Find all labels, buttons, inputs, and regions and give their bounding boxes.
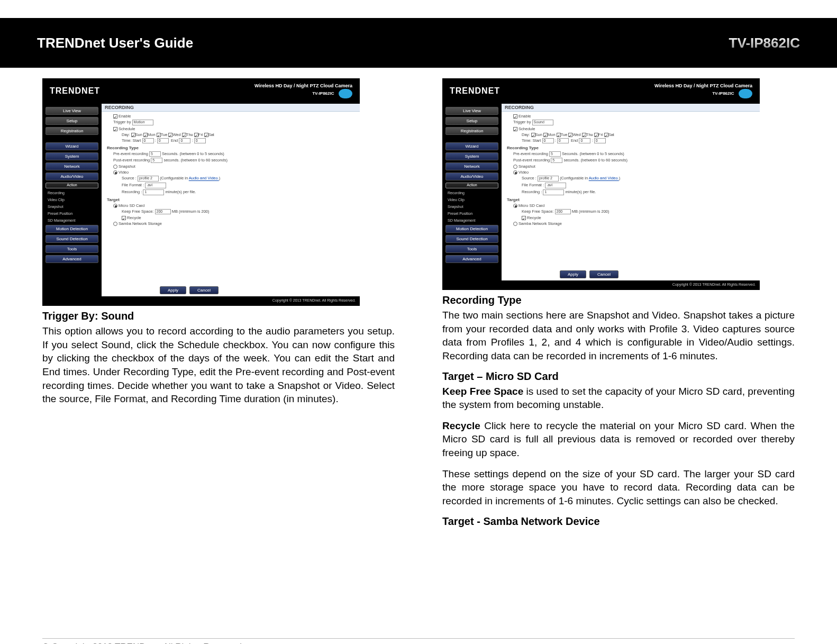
post-event-input[interactable]: 5 — [151, 158, 162, 163]
pre-event-input[interactable]: 5 — [149, 151, 161, 157]
end-hour-input[interactable]: 0 — [179, 138, 190, 143]
recording-min-select[interactable]: 1 — [143, 189, 164, 195]
video-label: Video — [518, 170, 529, 175]
nav-motion-detection[interactable]: Motion Detection — [445, 225, 498, 233]
source-label: Source : — [522, 176, 536, 181]
start-min-input[interactable]: 0 — [557, 138, 569, 143]
nav-audio-video[interactable]: Audio/Video — [46, 173, 98, 180]
day-thu-checkbox[interactable] — [582, 133, 586, 137]
nav-sound-detection[interactable]: Sound Detection — [445, 235, 498, 243]
file-format-select[interactable]: .avi — [145, 183, 166, 188]
post-event-input[interactable]: 5 — [551, 158, 562, 163]
nav-wizard[interactable]: Wizard — [46, 142, 98, 150]
day-sat-checkbox[interactable] — [204, 133, 208, 137]
schedule-checkbox[interactable] — [113, 127, 117, 131]
recycle-checkbox[interactable] — [522, 216, 526, 220]
video-radio[interactable] — [513, 170, 517, 175]
apply-button[interactable]: Apply — [560, 270, 586, 278]
video-radio[interactable] — [113, 170, 117, 175]
subnav-recording[interactable]: Recording — [46, 191, 98, 195]
day-thu-checkbox[interactable] — [182, 133, 186, 137]
apply-button[interactable]: Apply — [160, 286, 186, 294]
nav-tools[interactable]: Tools — [445, 245, 498, 253]
kfs-input[interactable]: 200 — [555, 209, 571, 214]
sd-radio[interactable] — [113, 204, 117, 208]
subnav-preset-position[interactable]: Preset Position — [46, 211, 98, 216]
recycle-label: Recycle — [527, 215, 541, 220]
day-sat-checkbox[interactable] — [604, 133, 608, 137]
nav-action[interactable]: Action — [46, 183, 98, 188]
cancel-button[interactable]: Cancel — [189, 286, 219, 294]
enable-checkbox[interactable] — [513, 114, 517, 119]
kfs-input[interactable]: 200 — [155, 209, 171, 214]
subnav-recording[interactable]: Recording — [445, 191, 498, 195]
day-thu: Thu — [586, 132, 593, 137]
nav-advanced[interactable]: Advanced — [46, 255, 98, 263]
subnav-snapshot[interactable]: Snapshot — [445, 204, 498, 209]
file-format-select[interactable]: .avi — [545, 183, 566, 188]
nav-registration[interactable]: Registration — [445, 127, 498, 135]
nav-network[interactable]: Network — [445, 162, 498, 170]
end-hour-input[interactable]: 0 — [579, 138, 590, 143]
samba-radio[interactable] — [513, 222, 517, 226]
day-sun-checkbox[interactable] — [531, 133, 535, 137]
page-footer: © Copyright 2013 TRENDnet. All Rights Re… — [0, 638, 837, 644]
nav-advanced[interactable]: Advanced — [445, 255, 498, 263]
start-min-input[interactable]: 0 — [157, 138, 169, 143]
enable-checkbox[interactable] — [113, 114, 117, 119]
trigger-by-select[interactable]: Sound — [532, 120, 553, 125]
day-fri-checkbox[interactable] — [194, 133, 198, 137]
nav-audio-video[interactable]: Audio/Video — [445, 173, 498, 180]
pre-event-label: Pre-event recording — [513, 151, 548, 156]
audio-video-link[interactable]: Audio and Video. — [189, 176, 219, 181]
nav-setup[interactable]: Setup — [445, 117, 498, 125]
nav-wizard[interactable]: Wizard — [445, 142, 498, 150]
sd-label: Micro SD Card — [119, 203, 144, 208]
day-mon-checkbox[interactable] — [143, 133, 148, 137]
trigger-by-select[interactable]: Motion — [132, 120, 153, 125]
snapshot-radio[interactable] — [513, 165, 517, 169]
nav-action[interactable]: Action — [445, 183, 498, 188]
schedule-checkbox[interactable] — [513, 127, 517, 131]
source-select[interactable]: profile 2 — [538, 176, 559, 182]
nav-registration[interactable]: Registration — [46, 127, 98, 135]
nav-sound-detection[interactable]: Sound Detection — [46, 235, 98, 243]
day-mon-checkbox[interactable] — [543, 133, 548, 137]
start-hour-input[interactable]: 0 — [142, 138, 154, 143]
subnav-snapshot[interactable]: Snapshot — [46, 204, 98, 209]
nav-live-view[interactable]: Live View — [445, 107, 498, 115]
brand-logo: TRENDNET — [50, 86, 100, 96]
cancel-button[interactable]: Cancel — [589, 270, 618, 278]
nav-system[interactable]: System — [445, 152, 498, 160]
sd-radio[interactable] — [513, 204, 517, 208]
nav-setup[interactable]: Setup — [46, 117, 98, 125]
subnav-video-clip[interactable]: Video Clip — [46, 197, 98, 202]
audio-video-link[interactable]: Audio and Video. — [589, 176, 619, 181]
pre-event-hint: Seconds. (between 0 to 5 seconds) — [562, 151, 624, 156]
day-tue: Tue — [161, 132, 168, 137]
day-tue-checkbox[interactable] — [557, 133, 561, 137]
subnav-sd-management[interactable]: SD Management — [46, 218, 98, 223]
product-tagline: Wireless HD Day / Night PTZ Cloud Camera… — [254, 84, 352, 98]
nav-system[interactable]: System — [46, 152, 98, 160]
day-tue-checkbox[interactable] — [157, 133, 161, 137]
recording-min-hint: minute(s) per file. — [566, 190, 596, 195]
nav-tools[interactable]: Tools — [46, 245, 98, 253]
subnav-preset-position[interactable]: Preset Position — [445, 211, 498, 216]
subnav-sd-management[interactable]: SD Management — [445, 218, 498, 223]
recycle-checkbox[interactable] — [122, 216, 126, 220]
end-min-input[interactable]: 0 — [194, 138, 206, 143]
end-min-input[interactable]: 0 — [594, 138, 606, 143]
snapshot-radio[interactable] — [113, 165, 117, 169]
nav-network[interactable]: Network — [46, 162, 98, 170]
pre-event-input[interactable]: 5 — [549, 151, 561, 157]
source-select[interactable]: profile 2 — [138, 176, 159, 182]
nav-live-view[interactable]: Live View — [46, 107, 98, 115]
start-hour-input[interactable]: 0 — [542, 138, 554, 143]
nav-motion-detection[interactable]: Motion Detection — [46, 225, 98, 233]
day-fri-checkbox[interactable] — [594, 133, 598, 137]
day-sun-checkbox[interactable] — [131, 133, 135, 137]
samba-radio[interactable] — [113, 222, 117, 226]
subnav-video-clip[interactable]: Video Clip — [445, 197, 498, 202]
recording-min-select[interactable]: 1 — [543, 189, 564, 195]
